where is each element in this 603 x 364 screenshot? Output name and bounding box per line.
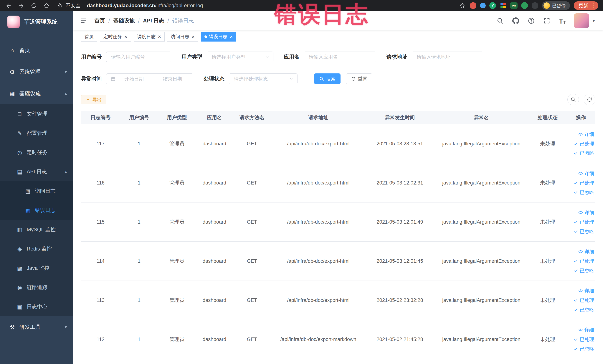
detail-link-label: 详细 xyxy=(584,209,594,216)
font-size-small-t: T xyxy=(563,20,566,25)
breadcrumb-item[interactable]: 首页 xyxy=(94,17,105,24)
sidebar-item-home[interactable]: ⌂首页 xyxy=(0,40,73,61)
tab-close-icon[interactable]: × xyxy=(230,34,233,39)
refresh-table-button[interactable] xyxy=(584,94,595,105)
reset-button[interactable]: 重置 xyxy=(346,73,372,84)
sidebar-item-file-management[interactable]: □文件管理 xyxy=(0,104,73,124)
detail-link[interactable]: 详细 xyxy=(578,248,594,255)
tab-label: 定时任务 xyxy=(104,34,122,40)
sidebar-item-dev-tools[interactable]: ⚒研发工具▾ xyxy=(0,316,73,338)
tab-close-icon[interactable]: × xyxy=(124,34,128,39)
github-icon[interactable] xyxy=(512,17,520,25)
request-url-input[interactable] xyxy=(412,52,483,62)
search-icon[interactable] xyxy=(496,17,504,25)
exception-time-range-picker[interactable]: 开始日期 - 结束日期 xyxy=(106,73,193,84)
column-header: 请求地址 xyxy=(271,114,366,121)
app-title: 芋道管理系统 xyxy=(24,18,58,26)
process-status-select[interactable]: 请选择处理状态 xyxy=(229,73,298,84)
cell-user-type: 管理员 xyxy=(158,336,196,343)
trace-icon: ◉ xyxy=(16,284,23,291)
user-type-select[interactable]: 请选择用户类型 xyxy=(207,52,273,62)
active-tab-dot xyxy=(204,35,207,38)
detail-link[interactable]: 详细 xyxy=(578,170,594,177)
reload-button[interactable] xyxy=(30,2,37,9)
extension-icon-blue[interactable] xyxy=(480,3,486,8)
detail-link-label: 详细 xyxy=(584,248,594,255)
profile-paused-badge[interactable]: 已暂停 xyxy=(542,1,570,10)
extension-icon-green-y[interactable]: Y xyxy=(489,2,496,9)
update-button[interactable]: 更新 ⋮ xyxy=(574,1,598,10)
mark-ignored-link[interactable]: 已忽略 xyxy=(573,346,594,352)
mark-processed-link[interactable]: 已处理 xyxy=(573,336,594,343)
tab-close-icon[interactable]: × xyxy=(158,34,161,39)
check-icon xyxy=(573,180,578,185)
cell-status: 未处理 xyxy=(529,140,567,147)
export-button[interactable]: 导出 xyxy=(81,95,106,104)
sidebar-logo[interactable]: 芋道管理系统 xyxy=(0,11,73,32)
fullscreen-icon[interactable] xyxy=(543,17,551,25)
detail-link[interactable]: 详细 xyxy=(578,131,594,138)
detail-link[interactable]: 详细 xyxy=(578,209,594,216)
sidebar-item-error-log[interactable]: ▨错误日志 xyxy=(0,201,73,220)
mark-processed-link[interactable]: 已处理 xyxy=(573,180,594,186)
mark-processed-link[interactable]: 已处理 xyxy=(573,141,594,147)
user-id-input[interactable] xyxy=(106,52,171,62)
breadcrumb-separator: / xyxy=(138,18,139,24)
bookmark-star-icon[interactable] xyxy=(459,2,466,9)
forward-button[interactable] xyxy=(17,2,25,9)
breadcrumb-item[interactable]: 基础设施 xyxy=(113,17,135,24)
filter-user-type: 用户类型 请选择用户类型 xyxy=(182,52,273,62)
app-name-input[interactable] xyxy=(304,52,376,62)
search-button[interactable]: 搜索 xyxy=(314,73,340,84)
sidebar-item-infrastructure[interactable]: ▦基础设施▴ xyxy=(0,83,73,104)
sidebar-item-trace[interactable]: ◉链路追踪 xyxy=(0,278,73,297)
address-bar[interactable]: 不安全 dashboard.yudao.iocoder.cn/infra/log… xyxy=(57,2,453,9)
extension-icon-dark[interactable] xyxy=(532,2,538,9)
home-button[interactable] xyxy=(43,2,50,9)
tab-schedule-log[interactable]: 调度日志× xyxy=(134,32,165,42)
tab-home[interactable]: 首页 xyxy=(81,32,97,42)
reset-button-label: 重置 xyxy=(358,76,367,82)
user-type-placeholder: 请选择用户类型 xyxy=(212,54,245,60)
tab-scheduled-tasks[interactable]: 定时任务× xyxy=(100,32,131,42)
sidebar-item-system-management[interactable]: ⚙系统管理▾ xyxy=(0,61,73,83)
user-type-label: 用户类型 xyxy=(182,53,202,60)
sidebar-item-api-log[interactable]: ▤API 日志▴ xyxy=(0,162,73,181)
hamburger-icon[interactable] xyxy=(80,17,88,25)
help-icon[interactable] xyxy=(527,17,535,25)
extension-icon-grid[interactable] xyxy=(500,2,506,9)
sidebar-item-mysql-monitor[interactable]: ▥MySQL 监控 xyxy=(0,220,73,239)
detail-link[interactable]: 详细 xyxy=(578,288,594,294)
cell-app-name: dashboard xyxy=(196,337,233,342)
back-button[interactable] xyxy=(5,2,12,9)
mark-processed-link[interactable]: 已处理 xyxy=(573,258,594,264)
sidebar-item-config-management[interactable]: ✎配置管理 xyxy=(0,124,73,143)
mark-ignored-link[interactable]: 已忽略 xyxy=(573,189,594,196)
extension-icon-red[interactable] xyxy=(470,2,476,9)
cell-status: 未处理 xyxy=(529,219,567,225)
mark-ignored-link[interactable]: 已忽略 xyxy=(573,150,594,156)
mark-processed-link[interactable]: 已处理 xyxy=(573,297,594,304)
sidebar-item-log-center[interactable]: ▣日志中心 xyxy=(0,297,73,316)
extension-icon-green[interactable] xyxy=(521,2,528,9)
sidebar-item-label: MySQL 监控 xyxy=(27,226,56,233)
sidebar-item-java-monitor[interactable]: ▩Java 监控 xyxy=(0,258,73,278)
font-size-icon[interactable]: TT xyxy=(558,17,566,25)
sidebar-item-scheduled-tasks[interactable]: ◷定时任务 xyxy=(0,143,73,162)
tab-close-icon[interactable]: × xyxy=(191,34,195,39)
sidebar-item-access-log[interactable]: ▧访问日志 xyxy=(0,181,73,201)
detail-link[interactable]: 详细 xyxy=(578,327,594,333)
tab-access-log[interactable]: 访问日志× xyxy=(167,32,198,42)
breadcrumb-item[interactable]: API 日志 xyxy=(143,17,164,24)
sidebar-item-redis-monitor[interactable]: ◈Redis 监控 xyxy=(0,239,73,258)
mark-ignored-link[interactable]: 已忽略 xyxy=(573,267,594,274)
mark-ignored-link[interactable]: 已忽略 xyxy=(573,306,594,313)
tab-error-log[interactable]: 错误日志× xyxy=(201,32,237,42)
browser-menu-dots-icon[interactable]: ⋮ xyxy=(590,3,596,8)
toggle-search-button[interactable] xyxy=(568,94,579,105)
mark-ignored-link-label: 已忽略 xyxy=(580,267,594,274)
mark-processed-link[interactable]: 已处理 xyxy=(573,219,594,225)
extension-icon-on-badge[interactable]: on xyxy=(510,2,518,9)
user-avatar[interactable] xyxy=(574,13,589,28)
mark-ignored-link[interactable]: 已忽略 xyxy=(573,228,594,235)
